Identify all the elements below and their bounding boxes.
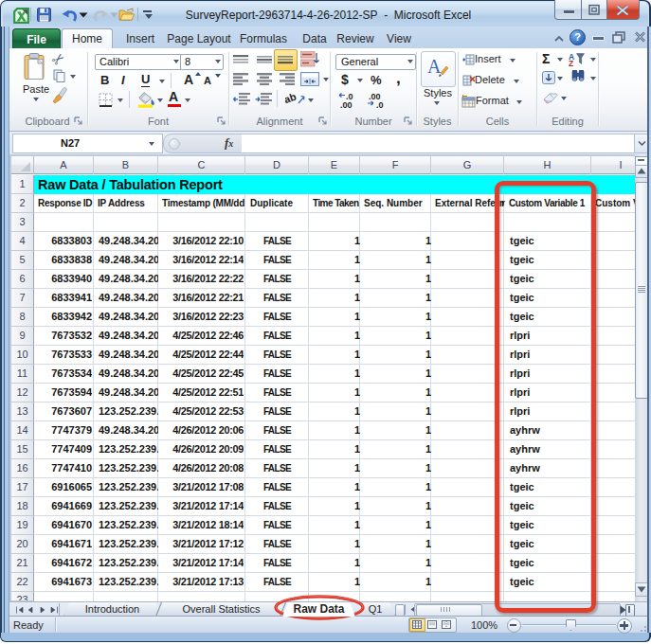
svg-text:.0: .0	[376, 100, 384, 109]
svg-text:A: A	[427, 56, 442, 77]
svg-text:Z: Z	[569, 59, 573, 66]
svg-text:ab: ab	[285, 91, 298, 105]
svg-text:.00: .00	[340, 100, 353, 109]
